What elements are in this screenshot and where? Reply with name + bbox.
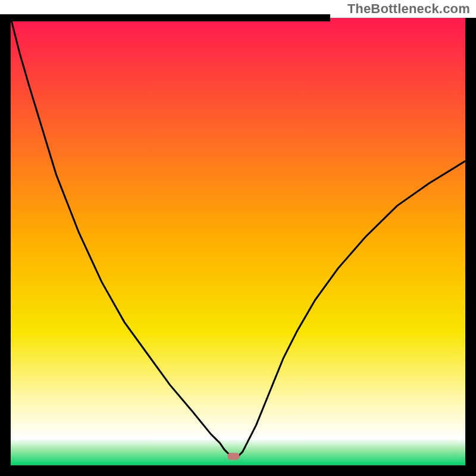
chart-stage: TheBottleneck.com [0,0,476,476]
plot-frame-left [0,18,11,476]
plot-background [11,18,465,465]
plot-frame-bottom [0,465,476,476]
plot-frame-right [465,18,476,476]
bottleneck-chart [0,0,476,476]
watermark-text: TheBottleneck.com [347,1,470,17]
optimum-marker [227,453,239,460]
plot-frame-top [0,14,330,21]
